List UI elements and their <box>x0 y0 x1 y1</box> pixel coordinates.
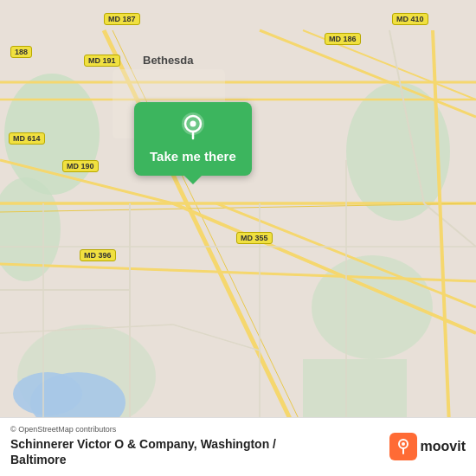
location-title: Schinnerer Victor O & Company, Washingto… <box>10 437 276 451</box>
road-badge-md191: MD 191 <box>84 55 120 67</box>
svg-point-35 <box>190 121 196 127</box>
road-badge-md410: MD 410 <box>392 13 428 25</box>
bottom-bar: © OpenStreetMap contributors Schinnerer … <box>0 417 476 476</box>
road-badge-md355: MD 355 <box>236 232 273 244</box>
svg-point-8 <box>13 372 82 415</box>
map-attribution: © OpenStreetMap contributors <box>10 425 276 434</box>
take-me-there-popup[interactable]: Take me there <box>134 102 252 176</box>
city-label: Bethesda <box>143 54 194 67</box>
svg-point-38 <box>402 442 405 446</box>
location-pin-icon <box>177 111 209 142</box>
moovit-logo: moovit <box>389 433 466 460</box>
road-badge-md614: MD 614 <box>9 132 45 145</box>
road-badge-188: 188 <box>10 46 32 58</box>
road-badge-md186: MD 186 <box>325 33 361 45</box>
location-subtitle: Baltimore <box>10 453 67 466</box>
location-info: Schinnerer Victor O & Company, Washingto… <box>10 436 276 467</box>
road-badge-md396: MD 396 <box>80 249 116 261</box>
bottom-left-info: © OpenStreetMap contributors Schinnerer … <box>10 425 276 467</box>
moovit-icon <box>389 433 417 460</box>
map-container: Bethesda MD 187 MD 410 188 MD 191 MD 186… <box>0 0 476 476</box>
take-me-there-label: Take me there <box>150 149 236 164</box>
road-badge-md190: MD 190 <box>62 160 99 172</box>
road-badge-md187: MD 187 <box>104 13 140 25</box>
moovit-text: moovit <box>421 439 466 454</box>
svg-rect-36 <box>389 433 417 460</box>
